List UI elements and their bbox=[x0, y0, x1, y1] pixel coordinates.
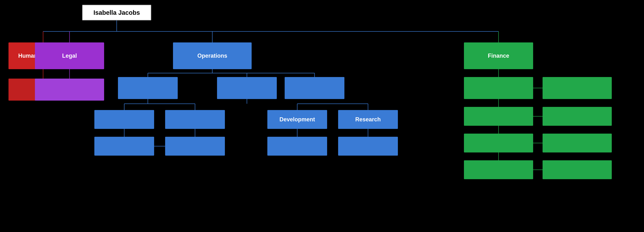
ops-l2-node bbox=[165, 110, 225, 129]
fin-r1-node bbox=[542, 77, 612, 99]
ops-l4-node bbox=[165, 137, 225, 156]
ops-l1-node bbox=[94, 110, 154, 129]
res-child-node bbox=[338, 137, 398, 156]
fin-l1-node bbox=[464, 77, 533, 99]
ops-l3-node bbox=[94, 137, 154, 156]
ops-child-left-node bbox=[118, 77, 178, 99]
legal-child-node bbox=[35, 78, 104, 100]
legal-node: Legal bbox=[35, 42, 104, 69]
fin-r3-node bbox=[542, 134, 612, 152]
operations-node: Operations bbox=[173, 42, 252, 69]
dev-child-node bbox=[267, 137, 327, 156]
fin-l3-node bbox=[464, 134, 533, 152]
development-node: Development bbox=[267, 110, 327, 129]
fin-r2-node bbox=[542, 107, 612, 126]
finance-node: Finance bbox=[464, 42, 533, 69]
org-chart: Isabella Jacobs Human Resources Legal Op… bbox=[0, 0, 644, 232]
finance-label: Finance bbox=[488, 52, 509, 59]
ops-child-right-node bbox=[285, 77, 344, 99]
ops-child-mid-node bbox=[217, 77, 277, 99]
fin-l4-node bbox=[464, 160, 533, 179]
development-label: Development bbox=[280, 116, 315, 123]
research-node: Research bbox=[338, 110, 398, 129]
fin-l2-node bbox=[464, 107, 533, 126]
operations-label: Operations bbox=[197, 52, 227, 59]
root-label: Isabella Jacobs bbox=[94, 9, 140, 16]
research-label: Research bbox=[355, 116, 381, 123]
fin-r4-node bbox=[542, 160, 612, 179]
legal-label: Legal bbox=[62, 52, 77, 59]
root-node: Isabella Jacobs bbox=[82, 5, 151, 20]
